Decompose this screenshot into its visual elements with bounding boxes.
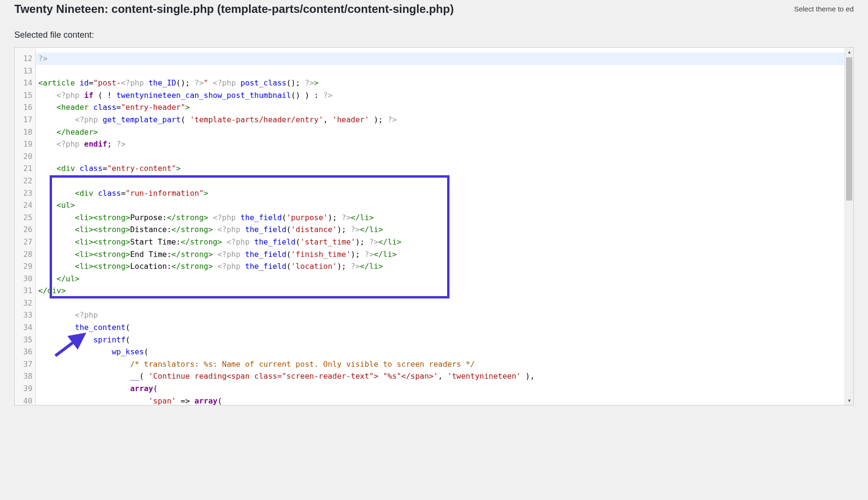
line-number: 36 bbox=[20, 346, 32, 358]
line-number: 28 bbox=[20, 248, 32, 261]
code-line[interactable]: <?php get_template_part( 'template-parts… bbox=[38, 114, 851, 126]
line-number: 24 bbox=[20, 199, 32, 212]
line-number: 32 bbox=[20, 297, 32, 309]
line-number: 40 bbox=[20, 395, 32, 405]
code-line[interactable]: wp_kses( bbox=[38, 346, 851, 358]
code-line[interactable]: </ul> bbox=[38, 273, 851, 285]
code-line[interactable]: <li><strong>Purpose:</strong> <?php the_… bbox=[38, 212, 851, 224]
line-number: 26 bbox=[20, 223, 32, 236]
line-number: 12 bbox=[20, 53, 32, 65]
line-number-gutter: 1213141516171819202122232425262728293031… bbox=[15, 48, 36, 405]
line-number: 22 bbox=[20, 175, 32, 187]
code-line[interactable]: <li><strong>End Time:</strong> <?php the… bbox=[38, 248, 851, 261]
code-line[interactable]: sprintf( bbox=[38, 334, 851, 346]
code-line[interactable]: <div class="run-information"> bbox=[38, 187, 851, 200]
line-number: 30 bbox=[20, 273, 32, 285]
line-number: 20 bbox=[20, 150, 32, 163]
code-line[interactable]: <header class="entry-header"> bbox=[38, 101, 851, 114]
code-line[interactable]: <li><strong>Location:</strong> <?php the… bbox=[38, 260, 851, 273]
header: Twenty Nineteen: content-single.php (tem… bbox=[0, 0, 868, 16]
code-line[interactable]: <li><strong>Distance:</strong> <?php the… bbox=[38, 223, 851, 236]
line-number: 37 bbox=[20, 358, 32, 371]
code-line[interactable]: /* translators: %s: Name of current post… bbox=[38, 358, 851, 371]
line-number: 31 bbox=[20, 285, 32, 297]
code-line[interactable] bbox=[38, 297, 851, 309]
line-number: 13 bbox=[20, 65, 32, 77]
code-line[interactable]: <li><strong>Start Time:</strong> <?php t… bbox=[38, 236, 851, 248]
code-line[interactable] bbox=[38, 65, 851, 77]
line-number: 15 bbox=[20, 89, 32, 102]
scrollbar-down-button[interactable]: ▼ bbox=[845, 396, 854, 405]
line-number: 34 bbox=[20, 321, 32, 334]
line-number: 38 bbox=[20, 370, 32, 383]
code-line[interactable]: <?php endif; ?> bbox=[38, 138, 851, 150]
code-line[interactable]: the_content( bbox=[38, 321, 851, 334]
code-line[interactable]: 'span' => array( bbox=[38, 395, 851, 405]
line-number: 14 bbox=[20, 77, 32, 89]
line-number: 21 bbox=[20, 162, 32, 175]
code-line[interactable]: array( bbox=[38, 383, 851, 395]
line-number: 16 bbox=[20, 101, 32, 114]
line-number: 25 bbox=[20, 212, 32, 224]
code-line[interactable]: <?php bbox=[38, 309, 851, 321]
code-line[interactable] bbox=[38, 175, 851, 187]
code-line[interactable]: </div> bbox=[38, 285, 851, 297]
page-title: Twenty Nineteen: content-single.php (tem… bbox=[14, 2, 454, 16]
line-number: 39 bbox=[20, 383, 32, 395]
code-content[interactable]: ?> <article id="post-<?php the_ID(); ?>"… bbox=[36, 48, 853, 405]
code-line[interactable]: ?> bbox=[36, 53, 853, 65]
code-line[interactable]: <div class="entry-content"> bbox=[38, 162, 851, 175]
line-number: 29 bbox=[20, 260, 32, 273]
code-line[interactable]: __( 'Continue reading<span class="screen… bbox=[38, 370, 851, 383]
scrollbar-vertical[interactable]: ▲ ▼ bbox=[845, 48, 853, 405]
line-number: 35 bbox=[20, 334, 32, 346]
line-number: 17 bbox=[20, 114, 32, 126]
scrollbar-thumb[interactable] bbox=[846, 57, 852, 201]
line-number: 19 bbox=[20, 138, 32, 150]
code-line[interactable]: <article id="post-<?php the_ID(); ?>" <?… bbox=[38, 77, 851, 89]
line-number: 18 bbox=[20, 126, 32, 138]
code-editor[interactable]: 1213141516171819202122232425262728293031… bbox=[14, 47, 854, 405]
subtitle: Selected file content: bbox=[14, 30, 854, 40]
theme-selector-label[interactable]: Select theme to ed bbox=[794, 5, 854, 13]
line-number: 33 bbox=[20, 309, 32, 321]
code-line[interactable]: <?php if ( ! twentynineteen_can_show_pos… bbox=[38, 89, 851, 102]
line-number: 27 bbox=[20, 236, 32, 248]
code-line[interactable]: </header> bbox=[38, 126, 851, 138]
code-line[interactable]: <ul> bbox=[38, 199, 851, 212]
line-number: 23 bbox=[20, 187, 32, 200]
code-line[interactable] bbox=[38, 150, 851, 163]
scrollbar-up-button[interactable]: ▲ bbox=[845, 48, 854, 56]
